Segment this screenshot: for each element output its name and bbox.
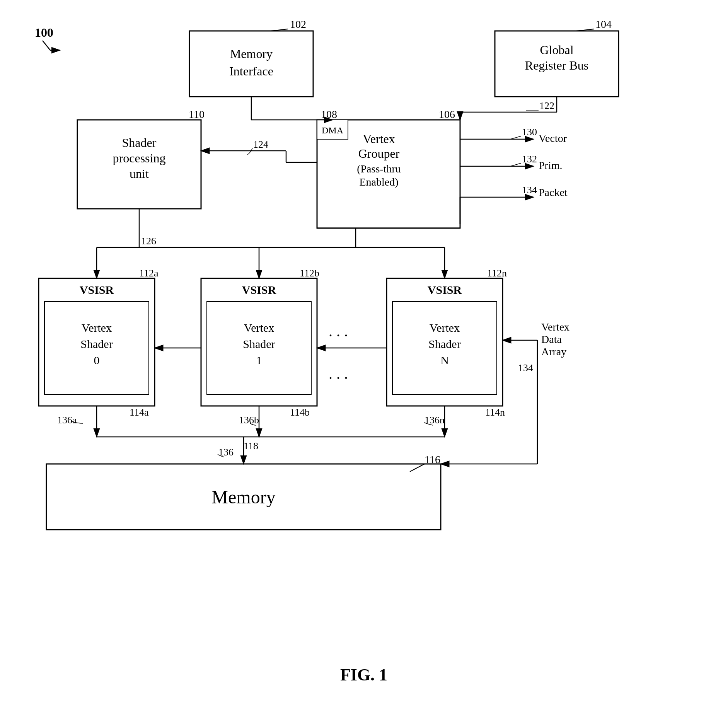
ref-118: 118 (244, 440, 258, 452)
svg-text:Interface: Interface (229, 64, 273, 78)
svg-text:Register Bus: Register Bus (525, 58, 588, 72)
svg-text:unit: unit (130, 167, 149, 181)
global-register-bus-label: Global (540, 43, 573, 57)
vector-label: Vector (539, 132, 567, 144)
svg-text:processing: processing (113, 151, 166, 165)
main-diagram-svg: 100 Memory Interface 102 Global Register… (0, 0, 728, 728)
svg-text:Enabled): Enabled) (359, 176, 398, 188)
ref-136b: 136b (239, 414, 259, 426)
ref-102: 102 (290, 18, 306, 30)
ref-126: 126 (141, 235, 156, 247)
packet-label: Packet (539, 186, 568, 198)
prim-label: Prim. (539, 159, 562, 171)
ref-130: 130 (522, 126, 537, 138)
svg-rect-1 (189, 31, 313, 97)
vertex-data-array-label: Vertex (541, 321, 569, 333)
ref-114n: 114n (485, 407, 505, 418)
vertex-grouper-label: Vertex (363, 132, 395, 146)
svg-text:Grouper: Grouper (358, 147, 400, 160)
memory-interface-label: Memory (230, 47, 273, 61)
ref-134-b: 134 (518, 362, 533, 373)
svg-text:0: 0 (94, 354, 100, 367)
svg-text:Shader: Shader (80, 338, 113, 350)
dots-middle-top: . . . (329, 322, 348, 340)
ref-134: 134 (522, 184, 537, 196)
svg-text:N: N (440, 354, 449, 367)
fig-caption: FIG. 1 (340, 665, 387, 684)
ref-132: 132 (522, 153, 537, 165)
ref-108: 108 (321, 108, 337, 120)
ref-106: 106 (439, 108, 455, 120)
svg-text:Shader: Shader (428, 338, 460, 350)
svg-text:Array: Array (541, 346, 566, 358)
ref-112b: 112b (300, 268, 319, 279)
svg-text:Shader: Shader (243, 338, 275, 350)
svg-text:1: 1 (256, 354, 262, 367)
dots-middle-bottom: . . . (329, 365, 348, 382)
vsisr-0-label: VSISR (80, 283, 114, 296)
shader-processing-label: Shader (122, 136, 157, 150)
memory-label: Memory (211, 487, 275, 507)
dma-label: DMA (322, 125, 344, 135)
ref-114b: 114b (290, 407, 310, 418)
ref-122: 122 (539, 100, 554, 111)
svg-text:Data: Data (541, 333, 562, 345)
vsisr-n-label: VSISR (428, 283, 462, 296)
ref-100-label: 100 (35, 26, 53, 39)
ref-116: 116 (425, 454, 440, 465)
vertex-shader-1-label: Vertex (244, 321, 274, 334)
vsisr-1-label: VSISR (242, 283, 276, 296)
ref-112n: 112n (487, 268, 507, 279)
vertex-shader-n-label: Vertex (430, 321, 460, 334)
ref-112a: 112a (139, 268, 159, 279)
vertex-shader-0-label: Vertex (82, 321, 112, 334)
svg-text:(Pass-thru: (Pass-thru (357, 163, 401, 175)
diagram-container: 100 Memory Interface 102 Global Register… (0, 0, 728, 728)
ref-114a: 114a (130, 407, 149, 418)
ref-124: 124 (253, 139, 268, 150)
ref-104: 104 (595, 18, 612, 30)
ref-136a: 136a (57, 414, 77, 426)
ref-110: 110 (189, 108, 205, 120)
